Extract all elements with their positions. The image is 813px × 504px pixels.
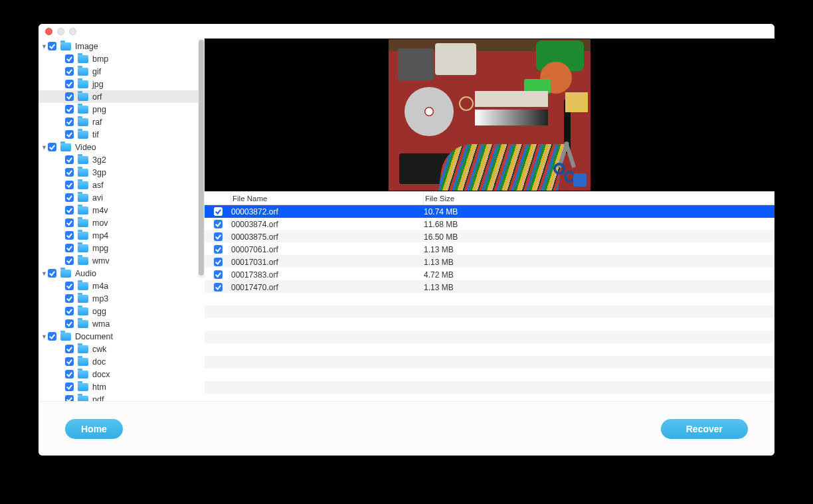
tree-checkbox[interactable] xyxy=(65,307,74,315)
tree-checkbox[interactable] xyxy=(48,332,56,341)
tree-checkbox[interactable] xyxy=(65,130,74,139)
tree-item-3g2[interactable]: 3g2 xyxy=(39,153,205,166)
file-type-tree[interactable]: ▼Imagebmpgifjpgorfpngraftif▼Video3g23gpa… xyxy=(39,39,205,401)
tree-item-cwk[interactable]: cwk xyxy=(39,343,205,355)
table-row[interactable]: 00017031.orf1.13 MB xyxy=(205,256,774,268)
file-table[interactable]: File Name File Size 00003872.orf10.74 MB… xyxy=(205,191,774,401)
tree-item-raf[interactable]: raf xyxy=(39,116,205,128)
tree-item-pdf[interactable]: pdf xyxy=(39,393,205,401)
window-close-button[interactable] xyxy=(45,28,52,35)
tree-item-m4a[interactable]: m4a xyxy=(39,280,205,292)
sidebar-scrollbar[interactable] xyxy=(198,39,205,278)
recover-button[interactable]: Recover xyxy=(661,419,748,439)
tree-item-gif[interactable]: gif xyxy=(39,65,205,78)
tree-checkbox[interactable] xyxy=(65,294,74,303)
disclosure-triangle-icon[interactable]: ▼ xyxy=(41,333,48,340)
tree-item-label: cwk xyxy=(92,345,107,354)
tree-item-label: Audio xyxy=(75,269,96,278)
tree-checkbox[interactable] xyxy=(65,395,74,401)
tree-item-mp3[interactable]: mp3 xyxy=(39,292,205,305)
disclosure-triangle-icon[interactable]: ▼ xyxy=(41,43,48,50)
tree-checkbox[interactable] xyxy=(65,370,74,378)
tree-checkbox[interactable] xyxy=(65,244,74,252)
table-row[interactable]: 00003875.orf16.50 MB xyxy=(205,230,774,243)
tree-checkbox[interactable] xyxy=(65,80,74,88)
table-row[interactable]: 00003872.orf10.74 MB xyxy=(205,205,774,218)
cell-file-name: 00003872.orf xyxy=(231,207,424,216)
tree-item-tif[interactable]: tif xyxy=(39,128,205,141)
tree-item-m4v[interactable]: m4v xyxy=(39,204,205,216)
tree-item-orf[interactable]: orf xyxy=(39,90,205,103)
tree-checkbox[interactable] xyxy=(65,231,74,240)
tree-item-doc[interactable]: doc xyxy=(39,355,205,368)
tree-item-image[interactable]: ▼Image xyxy=(39,40,205,52)
tree-checkbox[interactable] xyxy=(48,269,56,278)
column-header-size[interactable]: File Size xyxy=(424,192,774,205)
tree-checkbox[interactable] xyxy=(65,92,74,101)
tree-checkbox[interactable] xyxy=(65,282,74,290)
tree-item-3gp[interactable]: 3gp xyxy=(39,166,205,179)
tree-checkbox[interactable] xyxy=(65,256,74,265)
disclosure-triangle-icon[interactable]: ▼ xyxy=(41,270,48,277)
window-minimize-button[interactable] xyxy=(57,28,64,35)
sidebar-scrollbar-thumb[interactable] xyxy=(199,40,204,276)
table-row[interactable]: 00017383.orf4.72 MB xyxy=(205,268,774,281)
folder-icon xyxy=(60,333,71,341)
tree-checkbox[interactable] xyxy=(65,218,74,227)
tree-checkbox[interactable] xyxy=(65,181,74,189)
tree-checkbox[interactable] xyxy=(65,105,74,114)
table-row[interactable]: 00003874.orf11.68 MB xyxy=(205,218,774,230)
tree-item-asf[interactable]: asf xyxy=(39,179,205,191)
row-checkbox[interactable] xyxy=(214,283,223,292)
folder-icon xyxy=(78,307,88,315)
tree-item-htm[interactable]: htm xyxy=(39,380,205,393)
cell-file-size: 10.74 MB xyxy=(424,207,774,216)
folder-icon xyxy=(78,55,88,63)
tree-checkbox[interactable] xyxy=(48,42,56,50)
tree-item-mov[interactable]: mov xyxy=(39,216,205,229)
tree-item-ogg[interactable]: ogg xyxy=(39,305,205,317)
table-row[interactable]: 00017470.orf1.13 MB xyxy=(205,281,774,294)
row-checkbox[interactable] xyxy=(214,258,223,266)
tree-checkbox[interactable] xyxy=(48,143,56,151)
file-table-header: File Name File Size xyxy=(205,192,774,205)
disclosure-triangle-icon[interactable]: ▼ xyxy=(41,144,48,151)
tree-item-video[interactable]: ▼Video xyxy=(39,141,205,153)
tree-item-label: wmv xyxy=(92,256,110,266)
tree-item-jpg[interactable]: jpg xyxy=(39,78,205,90)
tree-item-audio[interactable]: ▼Audio xyxy=(39,267,205,280)
column-header-name[interactable]: File Name xyxy=(231,192,424,205)
tree-checkbox[interactable] xyxy=(65,168,74,177)
cell-file-size: 16.50 MB xyxy=(424,232,774,242)
row-checkbox[interactable] xyxy=(214,245,223,254)
tree-checkbox[interactable] xyxy=(65,345,74,353)
folder-icon xyxy=(78,257,88,265)
tree-item-avi[interactable]: avi xyxy=(39,191,205,204)
tree-checkbox[interactable] xyxy=(65,118,74,126)
row-checkbox[interactable] xyxy=(214,207,223,216)
tree-checkbox[interactable] xyxy=(65,155,74,164)
tree-checkbox[interactable] xyxy=(65,54,74,63)
footer-bar: Home Recover xyxy=(39,401,774,456)
tree-checkbox[interactable] xyxy=(65,206,74,214)
tree-checkbox[interactable] xyxy=(65,319,74,328)
row-checkbox[interactable] xyxy=(214,232,223,241)
tree-item-bmp[interactable]: bmp xyxy=(39,52,205,65)
tree-item-document[interactable]: ▼Document xyxy=(39,330,205,343)
tree-item-wmv[interactable]: wmv xyxy=(39,254,205,267)
folder-icon xyxy=(78,207,88,214)
tree-checkbox[interactable] xyxy=(65,193,74,202)
tree-item-mpg[interactable]: mpg xyxy=(39,242,205,254)
tree-item-wma[interactable]: wma xyxy=(39,317,205,330)
tree-item-docx[interactable]: docx xyxy=(39,368,205,380)
table-row[interactable]: 00007061.orf1.13 MB xyxy=(205,243,774,256)
tree-item-mp4[interactable]: mp4 xyxy=(39,229,205,242)
row-checkbox[interactable] xyxy=(214,270,223,279)
home-button[interactable]: Home xyxy=(65,419,123,439)
tree-checkbox[interactable] xyxy=(65,67,74,76)
tree-item-png[interactable]: png xyxy=(39,103,205,116)
row-checkbox[interactable] xyxy=(214,220,223,228)
window-zoom-button[interactable] xyxy=(69,28,76,35)
tree-checkbox[interactable] xyxy=(65,382,74,391)
tree-checkbox[interactable] xyxy=(65,357,74,366)
